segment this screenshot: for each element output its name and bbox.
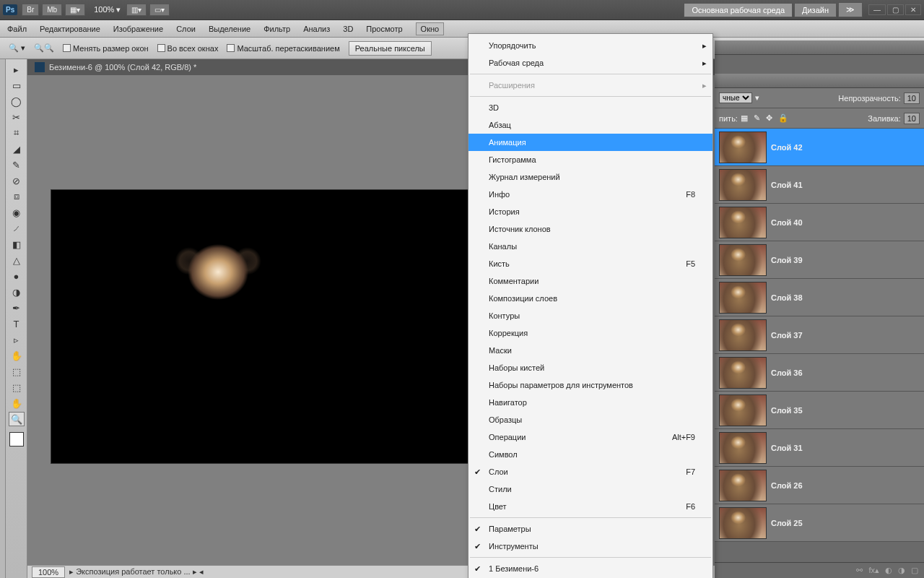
- lock-transparency-icon[interactable]: ▦: [741, 113, 748, 123]
- menu-item-журнал-измерений[interactable]: Журнал измерений: [468, 168, 712, 186]
- layer-row[interactable]: Слой 36: [715, 354, 924, 392]
- layer-row[interactable]: Слой 38: [715, 279, 924, 316]
- menu-item-операции[interactable]: ОперацииAlt+F9: [468, 428, 712, 446]
- lock-position-icon[interactable]: ✥: [766, 113, 772, 123]
- menu-item-композиции-слоев[interactable]: Композиции слоев: [468, 290, 712, 307]
- layer-row[interactable]: Слой 41: [715, 166, 924, 204]
- menu-3d[interactable]: 3D: [343, 25, 353, 33]
- maximize-icon[interactable]: ▢: [887, 4, 904, 15]
- layer-thumbnail[interactable]: [719, 131, 767, 163]
- tool-18[interactable]: ✋: [9, 348, 25, 363]
- tool-2[interactable]: ◯: [9, 94, 25, 108]
- layer-name[interactable]: Слой 42: [771, 143, 803, 152]
- layer-thumbnail[interactable]: [719, 319, 767, 351]
- menu-filter[interactable]: Фильтр: [263, 25, 290, 33]
- tool-13[interactable]: ●: [9, 269, 25, 283]
- tool-19[interactable]: ⬚: [9, 364, 25, 379]
- tool-12[interactable]: △: [9, 253, 25, 267]
- menu-item-гистограмма[interactable]: Гистограмма: [468, 151, 712, 168]
- tool-3[interactable]: ✂: [9, 110, 25, 124]
- tool-5[interactable]: ◢: [9, 142, 25, 156]
- menu-item-источник-клонов[interactable]: Источник клонов: [468, 220, 712, 238]
- layer-thumbnail[interactable]: [719, 432, 767, 464]
- menu-item-история[interactable]: История: [468, 203, 712, 220]
- menu-item-коррекция[interactable]: Коррекция: [468, 324, 712, 342]
- tool-6[interactable]: ✎: [9, 158, 25, 172]
- layer-name[interactable]: Слой 31: [771, 444, 803, 452]
- tool-11[interactable]: ◧: [9, 237, 25, 251]
- layer-mask-icon[interactable]: ◐: [885, 566, 892, 575]
- layer-name[interactable]: Слой 40: [771, 218, 803, 227]
- layer-name[interactable]: Слой 35: [771, 406, 803, 415]
- menu-edit[interactable]: Редактирование: [40, 25, 100, 33]
- tool-21[interactable]: ✋: [9, 396, 25, 410]
- menu-item-3d[interactable]: 3D: [468, 99, 712, 116]
- zoom-in-out-icon[interactable]: 🔍🔍: [34, 43, 54, 53]
- fill-value[interactable]: 10: [904, 113, 920, 124]
- layer-name[interactable]: Слой 36: [771, 368, 803, 377]
- layer-row[interactable]: Слой 26: [715, 467, 924, 504]
- menu-file[interactable]: Файл: [7, 25, 27, 33]
- menu-item-кисть[interactable]: КистьF5: [468, 255, 712, 272]
- tool-1[interactable]: ▭: [9, 78, 25, 92]
- layer-row[interactable]: Слой 31: [715, 429, 924, 467]
- tool-9[interactable]: ◉: [9, 205, 25, 220]
- status-zoom[interactable]: 100%: [32, 566, 65, 578]
- lock-all-icon[interactable]: 🔒: [778, 113, 788, 123]
- tool-14[interactable]: ◑: [9, 285, 25, 299]
- layer-row[interactable]: Слой 37: [715, 316, 924, 354]
- menu-item-упорядочить[interactable]: Упорядочить▸: [468, 37, 712, 54]
- menu-item-цвет[interactable]: ЦветF6: [468, 498, 712, 515]
- tool-16[interactable]: T: [9, 316, 25, 331]
- lock-pixels-icon[interactable]: ✎: [754, 113, 760, 123]
- layer-name[interactable]: Слой 37: [771, 331, 803, 340]
- tool-22[interactable]: 🔍: [9, 412, 25, 426]
- menu-item-рабочая-среда[interactable]: Рабочая среда▸: [468, 54, 712, 72]
- tool-8[interactable]: ⧈: [9, 189, 25, 204]
- layer-row[interactable]: Слой 39: [715, 241, 924, 279]
- menu-item-стили[interactable]: Стили: [468, 480, 712, 498]
- menu-select[interactable]: Выделение: [209, 25, 250, 33]
- menu-view[interactable]: Просмотр: [366, 25, 402, 33]
- screen-mode-button[interactable]: ▦▾: [65, 4, 85, 16]
- menu-item-анимация[interactable]: Анимация: [468, 134, 712, 151]
- layer-name[interactable]: Слой 39: [771, 256, 803, 264]
- tool-17[interactable]: ▹: [9, 332, 25, 347]
- menu-item-символ[interactable]: Символ: [468, 446, 712, 463]
- minimize-icon[interactable]: —: [868, 4, 886, 15]
- layer-name[interactable]: Слой 38: [771, 293, 803, 302]
- menu-item-параметры[interactable]: ✔Параметры: [468, 520, 712, 538]
- menu-item-1-безимени-6[interactable]: ✔1 Безимени-6: [468, 560, 712, 577]
- menu-item-слои[interactable]: ✔СлоиF7: [468, 463, 712, 480]
- canvas[interactable]: [51, 189, 469, 464]
- layer-thumbnail[interactable]: [719, 244, 767, 276]
- blend-mode-select[interactable]: чные: [719, 92, 752, 103]
- menu-item-инструменты[interactable]: ✔Инструменты: [468, 538, 712, 555]
- tool-20[interactable]: ⬚: [9, 380, 25, 394]
- tool-10[interactable]: ⟋: [9, 221, 25, 236]
- menu-item-наборы-кистей[interactable]: Наборы кистей: [468, 359, 712, 376]
- menu-item-образцы[interactable]: Образцы: [468, 411, 712, 428]
- layer-fx-icon[interactable]: fx▴: [868, 566, 879, 575]
- layer-thumbnail[interactable]: [719, 394, 767, 426]
- tool-7[interactable]: ⊘: [9, 173, 25, 188]
- resize-windows-checkbox[interactable]: Менять размер окон: [63, 44, 149, 53]
- adjustment-layer-icon[interactable]: ◑: [898, 566, 905, 575]
- menu-item-навигатор[interactable]: Навигатор: [468, 394, 712, 411]
- menu-item-наборы-параметров-для-инструментов[interactable]: Наборы параметров для инструментов: [468, 376, 712, 394]
- view-button[interactable]: ▭▾: [149, 4, 170, 16]
- panel-tabstrip-top[interactable]: [715, 40, 924, 55]
- minibridge-button[interactable]: Mb: [42, 4, 62, 16]
- menu-window[interactable]: Окно: [416, 22, 445, 35]
- menu-item-комментарии[interactable]: Комментарии: [468, 272, 712, 290]
- layer-row[interactable]: Слой 42: [715, 129, 924, 166]
- opacity-value[interactable]: 10: [904, 92, 920, 104]
- layer-row[interactable]: Слой 25: [715, 504, 924, 542]
- actual-pixels-button[interactable]: Реальные пикселы: [349, 41, 432, 56]
- link-layers-icon[interactable]: ⚯: [856, 566, 863, 575]
- menu-item-инфо[interactable]: ИнфоF8: [468, 186, 712, 203]
- layer-row[interactable]: Слой 40: [715, 204, 924, 241]
- close-icon[interactable]: ✕: [905, 4, 921, 15]
- layer-name[interactable]: Слой 26: [771, 481, 803, 490]
- arrange-button[interactable]: ▥▾: [126, 4, 147, 16]
